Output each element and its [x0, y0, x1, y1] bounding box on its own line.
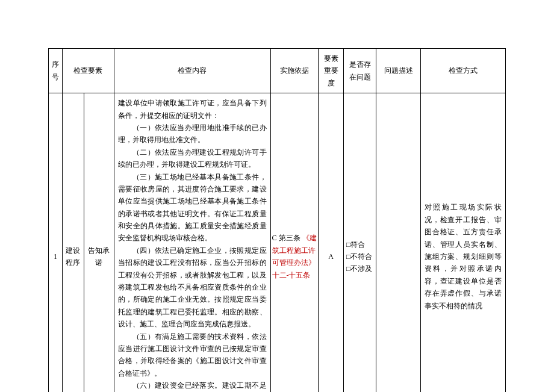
header-basis: 实施依据 [270, 49, 319, 93]
cell-seq: 1 [49, 93, 63, 392]
header-problem: 是否存在问题 [343, 49, 376, 93]
header-content: 检查内容 [114, 49, 270, 93]
header-yaosu: 检查要素 [63, 49, 114, 93]
content-line: （四）依法已确定施工企业，按照规定应当招标的建设工程没有招标，应当公开招标的工程… [118, 244, 267, 331]
header-method: 检查方式 [420, 49, 505, 93]
cell-desc [376, 93, 420, 392]
table-header-row: 序号 检查要素 检查内容 实施依据 要素重要度 是否存在问题 问题描述 检查方式 [49, 49, 506, 93]
content-line: （三）施工场地已经基本具备施工条件，需要征收房屋的，其进度符合施工要求，建设单位… [118, 171, 267, 244]
content-line: （一）依法应当办理用地批准手续的已办理，并取得用地批准文件。 [118, 122, 267, 146]
cell-level: A [319, 93, 344, 392]
content-line: （二）依法应当办理建设工程规划许可手续的已办理，并取得建设工程规划许可证。 [118, 146, 267, 171]
checkbox-option: □符合 [346, 238, 373, 250]
cell-basis: C 第三条 《建筑工程施工许可管理办法》十二-十五条 [270, 93, 319, 392]
cell-problem: □符合 □不符合 □不涉及 [343, 93, 376, 392]
basis-text: C 第三条 [272, 234, 300, 242]
header-seq: 序号 [49, 49, 63, 93]
header-level: 要素重要度 [319, 49, 344, 93]
inspection-table: 序号 检查要素 检查内容 实施依据 要素重要度 是否存在问题 问题描述 检查方式… [48, 48, 506, 392]
cell-content: 建设单位申请领取施工许可证，应当具备下列条件，并提交相应的证明文件： （一）依法… [114, 93, 270, 392]
header-desc: 问题描述 [376, 49, 420, 93]
cell-yaosu-a: 建设程序 [63, 93, 84, 392]
checkbox-option: □不符合 [346, 250, 373, 263]
content-line: 建设单位申请领取施工许可证，应当具备下列条件，并提交相应的证明文件： [118, 97, 267, 122]
content-line: （五）有满足施工需要的技术资料，依法应当进行施工图设计文件审查的已按规定审查合格… [118, 331, 267, 380]
cell-method: 对照施工现场实际状况，检查开工报告、审图合格证、五方责任承诺、管理人员实名制、施… [420, 93, 505, 392]
cell-yaosu-b: 告知承诺 [84, 93, 114, 392]
checkbox-option: □不涉及 [346, 263, 373, 275]
table-row: 1 建设程序 告知承诺 建设单位申请领取施工许可证，应当具备下列条件，并提交相应… [49, 93, 506, 392]
content-line: （六）建设资金已经落实。建设工期不足一年的，到位资金原则上不得少于建筑工程合同价… [118, 379, 267, 392]
